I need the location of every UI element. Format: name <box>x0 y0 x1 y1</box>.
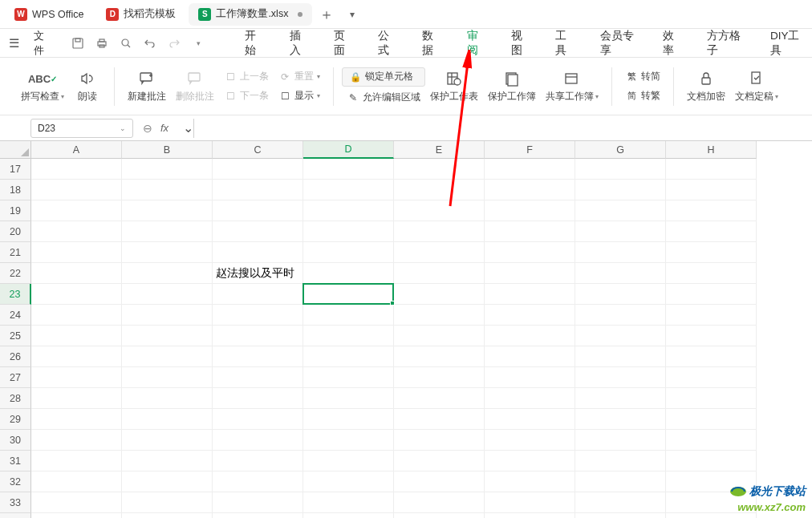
cell-B34[interactable] <box>122 513 213 518</box>
preview-icon[interactable] <box>118 35 134 51</box>
spreadsheet-grid[interactable]: ABCDEFGH 1718192021222324252627282930313… <box>0 141 812 518</box>
tab-ffgz[interactable]: 方方格子 <box>704 29 748 58</box>
cell-B19[interactable] <box>122 200 213 221</box>
cell-D20[interactable] <box>303 221 394 242</box>
cell-G29[interactable] <box>575 409 666 430</box>
row-header-32[interactable]: 32 <box>0 471 31 492</box>
row-header-30[interactable]: 30 <box>0 430 31 451</box>
cell-D28[interactable] <box>303 388 394 409</box>
share-book-button[interactable]: 共享工作簿▾ <box>541 68 603 104</box>
cell-G25[interactable] <box>575 326 666 346</box>
spellcheck-button[interactable]: ABC✓ 拼写检查▾ <box>16 68 69 104</box>
cell-H22[interactable] <box>666 263 757 284</box>
cell-A18[interactable] <box>31 180 122 200</box>
cell-E32[interactable] <box>394 471 485 492</box>
cell-D22[interactable] <box>303 263 394 284</box>
cell-A26[interactable] <box>31 346 122 367</box>
row-header-17[interactable]: 17 <box>0 159 31 180</box>
cell-G23[interactable] <box>575 284 666 305</box>
cell-B33[interactable] <box>122 492 213 513</box>
cell-G24[interactable] <box>575 305 666 326</box>
cell-E30[interactable] <box>394 430 485 451</box>
cell-G21[interactable] <box>575 242 666 263</box>
cell-C30[interactable] <box>213 430 303 451</box>
cell-F27[interactable] <box>485 367 575 388</box>
tab-workbook[interactable]: S 工作簿数量.xlsx <box>189 3 312 26</box>
cell-B20[interactable] <box>122 221 213 242</box>
cell-D27[interactable] <box>303 367 394 388</box>
cell-C27[interactable] <box>213 367 303 388</box>
cell-C17[interactable] <box>213 159 303 180</box>
new-comment-button[interactable]: 新建批注 <box>123 68 171 104</box>
tab-formula[interactable]: 公式 <box>375 29 400 58</box>
cell-C21[interactable] <box>213 242 303 263</box>
cell-C32[interactable] <box>213 471 303 492</box>
cell-G20[interactable] <box>575 221 666 242</box>
cell-F17[interactable] <box>485 159 575 180</box>
cell-H20[interactable] <box>666 221 757 242</box>
cell-H31[interactable] <box>666 451 757 471</box>
cancel-fx-icon[interactable]: ⊖ <box>143 122 152 135</box>
col-header-A[interactable]: A <box>31 141 122 159</box>
cell-E17[interactable] <box>394 159 485 180</box>
cell-C24[interactable] <box>213 305 303 326</box>
protect-book-button[interactable]: 保护工作簿 <box>483 68 541 104</box>
redo-icon[interactable] <box>166 35 182 51</box>
cell-E21[interactable] <box>394 242 485 263</box>
tab-efficiency[interactable]: 效率 <box>660 29 684 58</box>
cell-F30[interactable] <box>485 430 575 451</box>
tab-add-button[interactable]: ＋ <box>315 3 338 26</box>
cell-B23[interactable] <box>122 284 213 305</box>
cell-E31[interactable] <box>394 451 485 471</box>
row-header-34[interactable]: 34 <box>0 513 31 518</box>
tab-review[interactable]: 审阅 <box>464 29 489 58</box>
tab-member[interactable]: 会员专享 <box>597 29 641 58</box>
cell-H30[interactable] <box>666 430 757 451</box>
cell-F29[interactable] <box>485 409 575 430</box>
cell-D33[interactable] <box>303 492 394 513</box>
cell-H26[interactable] <box>666 346 757 367</box>
row-header-31[interactable]: 31 <box>0 451 31 471</box>
cell-B29[interactable] <box>122 409 213 430</box>
cell-D29[interactable] <box>303 409 394 430</box>
cell-F18[interactable] <box>485 180 575 200</box>
cell-F20[interactable] <box>485 221 575 242</box>
cell-H28[interactable] <box>666 388 757 409</box>
cell-A23[interactable] <box>31 284 122 305</box>
cell-D21[interactable] <box>303 242 394 263</box>
cell-B25[interactable] <box>122 326 213 346</box>
cell-H18[interactable] <box>666 180 757 200</box>
cell-G19[interactable] <box>575 200 666 221</box>
row-header-19[interactable]: 19 <box>0 200 31 221</box>
tab-data[interactable]: 数据 <box>419 29 444 58</box>
cell-A33[interactable] <box>31 492 122 513</box>
tab-diy[interactable]: DIY工具 <box>767 29 807 58</box>
row-header-24[interactable]: 24 <box>0 305 31 326</box>
tab-page[interactable]: 页面 <box>331 29 355 58</box>
cell-D17[interactable] <box>303 159 394 180</box>
cell-H29[interactable] <box>666 409 757 430</box>
cell-A19[interactable] <box>31 200 122 221</box>
undo-icon[interactable] <box>142 35 158 51</box>
cell-A24[interactable] <box>31 305 122 326</box>
doc-encrypt-button[interactable]: 文档加密 <box>682 68 730 104</box>
col-header-C[interactable]: C <box>213 141 303 159</box>
cell-D34[interactable] <box>303 513 394 518</box>
cell-F28[interactable] <box>485 388 575 409</box>
cell-B30[interactable] <box>122 430 213 451</box>
tab-overflow-button[interactable]: ▾ <box>341 3 363 26</box>
tab-insert[interactable]: 插入 <box>286 29 311 58</box>
row-header-23[interactable]: 23 <box>0 284 31 305</box>
allow-edit-button[interactable]: ✎允许编辑区域 <box>342 90 425 106</box>
cell-D18[interactable] <box>303 180 394 200</box>
cell-A17[interactable] <box>31 159 122 180</box>
cell-E25[interactable] <box>394 326 485 346</box>
tab-tools[interactable]: 工具 <box>552 29 577 58</box>
row-header-28[interactable]: 28 <box>0 388 31 409</box>
tab-view[interactable]: 视图 <box>508 29 533 58</box>
cell-C26[interactable] <box>213 346 303 367</box>
cell-B27[interactable] <box>122 367 213 388</box>
cell-H25[interactable] <box>666 326 757 346</box>
cell-E33[interactable] <box>394 492 485 513</box>
cell-A34[interactable] <box>31 513 122 518</box>
